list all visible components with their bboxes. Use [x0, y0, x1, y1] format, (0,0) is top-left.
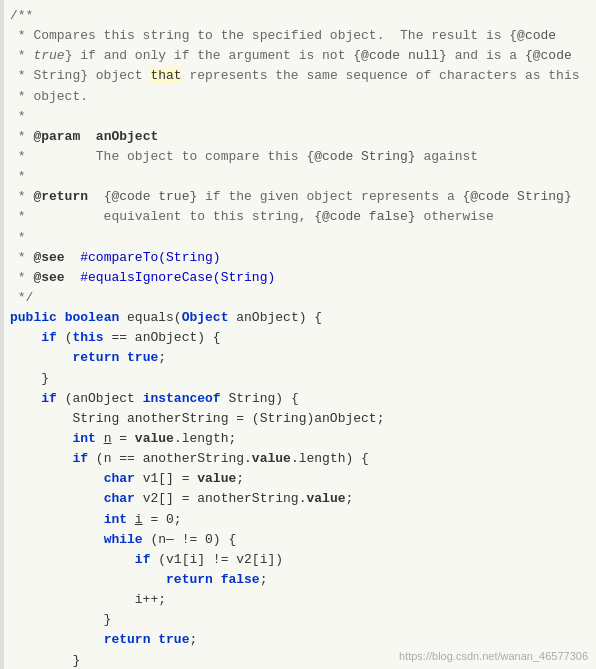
code-line: char v1[] = value;: [10, 469, 596, 489]
code-line: * object.: [10, 87, 596, 107]
code-line: if (v1[i] != v2[i]): [10, 550, 596, 570]
code-line: public boolean equals(Object anObject) {: [10, 308, 596, 328]
watermark: https://blog.csdn.net/wanan_46577306: [399, 648, 588, 665]
left-border: [0, 0, 4, 669]
code-line: if (this == anObject) {: [10, 328, 596, 348]
code-line: }: [10, 369, 596, 389]
code-line: return false;: [10, 570, 596, 590]
code-line: * @see #compareTo(String): [10, 248, 596, 268]
code-line: String anotherString = (String)anObject;: [10, 409, 596, 429]
code-line: }: [10, 610, 596, 630]
code-line: if (anObject instanceof String) {: [10, 389, 596, 409]
code-line: return true;: [10, 348, 596, 368]
code-line: *: [10, 107, 596, 127]
code-line: char v2[] = anotherString.value;: [10, 489, 596, 509]
code-line: * Compares this string to the specified …: [10, 26, 596, 46]
code-line: * String} object that represents the sam…: [10, 66, 596, 86]
code-line: * @param anObject: [10, 127, 596, 147]
code-container: /** * Compares this string to the specif…: [0, 0, 596, 669]
code-line: * The object to compare this {@code Stri…: [10, 147, 596, 167]
code-line: * equivalent to this string, {@code fals…: [10, 207, 596, 227]
code-line: if (n == anotherString.value.length) {: [10, 449, 596, 469]
code-line: */: [10, 288, 596, 308]
code-line: * @return {@code true} if the given obje…: [10, 187, 596, 207]
code-line: while (n— != 0) {: [10, 530, 596, 550]
code-line: /**: [10, 6, 596, 26]
code-line: int n = value.length;: [10, 429, 596, 449]
code-line: i++;: [10, 590, 596, 610]
code-line: * true} if and only if the argument is n…: [10, 46, 596, 66]
code-line: *: [10, 228, 596, 248]
code-line: * @see #equalsIgnoreCase(String): [10, 268, 596, 288]
code-line: *: [10, 167, 596, 187]
code-line: int i = 0;: [10, 510, 596, 530]
